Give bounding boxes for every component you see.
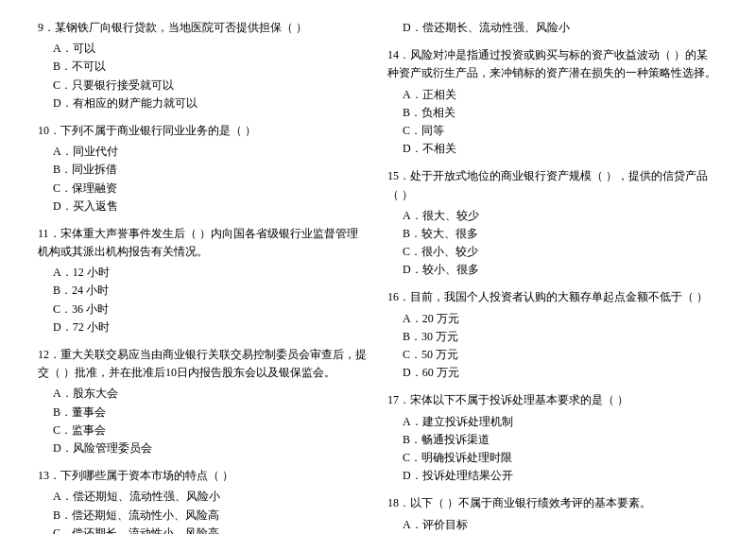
option-q11-3: D．72 小时 xyxy=(38,319,369,336)
left-column: 9．某钢铁厂向银行贷款，当地医院可否提供担保（ ）A．可以B．不可以C．只要银行… xyxy=(38,19,369,534)
question-block-q12: 12．重大关联交易应当由商业银行关联交易控制委员会审查后，提交（ ）批准，并在批… xyxy=(38,346,369,457)
option-q10-3: D．买入返售 xyxy=(38,198,369,215)
question-block-q16: 16．目前，我国个人投资者认购的大额存单起点金额不低于（ ）A．20 万元B．3… xyxy=(387,288,718,382)
option-q14-1: B．负相关 xyxy=(387,104,718,122)
question-block-q18: 18．以下（ ）不属于商业银行绩效考评的基本要素。A．评价目标B．评价标准C．评… xyxy=(387,494,718,534)
question-text-q9: 9．某钢铁厂向银行贷款，当地医院可否提供担保（ ） xyxy=(38,19,369,37)
option-q15-0: A．很大、较少 xyxy=(387,207,718,225)
option-q14-3: D．不相关 xyxy=(387,140,718,158)
option-q15-1: B．较大、很多 xyxy=(387,225,718,243)
option-q16-2: C．50 万元 xyxy=(387,346,718,364)
option-q10-1: B．同业拆借 xyxy=(38,161,369,179)
question-text-q10: 10．下列不属于商业银行同业业务的是（ ） xyxy=(38,122,369,140)
option-q16-1: B．30 万元 xyxy=(387,328,718,346)
question-block-q17: 17．宋体以下不属于投诉处理基本要求的是（ ）A．建立投诉处理机制B．畅通投诉渠… xyxy=(387,391,718,485)
option-q13-0: A．偿还期短、流动性强、风险小 xyxy=(38,488,369,506)
option-q9-0: A．可以 xyxy=(38,40,369,58)
question-text-q12: 12．重大关联交易应当由商业银行关联交易控制委员会审查后，提交（ ）批准，并在批… xyxy=(38,346,369,382)
question-block-q11: 11．宋体重大声誉事件发生后（ ）内向国各省级银行业监督管理机构或其派出机构报告… xyxy=(38,225,369,336)
question-block-q9: 9．某钢铁厂向银行贷款，当地医院可否提供担保（ ）A．可以B．不可以C．只要银行… xyxy=(38,19,369,112)
question-text-q18: 18．以下（ ）不属于商业银行绩效考评的基本要素。 xyxy=(387,494,718,512)
option-q17-0: A．建立投诉处理机制 xyxy=(387,413,718,431)
option-q10-0: A．同业代付 xyxy=(38,143,369,161)
option-q17-3: D．投诉处理结果公开 xyxy=(387,467,718,485)
option-q17-2: C．明确投诉处理时限 xyxy=(387,449,718,467)
main-content: 9．某钢铁厂向银行贷款，当地医院可否提供担保（ ）A．可以B．不可以C．只要银行… xyxy=(38,19,718,534)
question-block-q15: 15．处于开放式地位的商业银行资产规模（ ），提供的信贷产品（ ）A．很大、较少… xyxy=(387,167,718,279)
question-text-q17: 17．宋体以下不属于投诉处理基本要求的是（ ） xyxy=(387,391,718,409)
option-q13-2: C．偿还期长、流动性小、风险高 xyxy=(38,525,369,534)
question-block-q13d: D．偿还期长、流动性强、风险小 xyxy=(387,19,718,37)
question-text-q11: 11．宋体重大声誉事件发生后（ ）内向国各省级银行业监督管理机构或其派出机构报告… xyxy=(38,225,369,261)
option-q17-1: B．畅通投诉渠道 xyxy=(387,431,718,449)
option-q15-2: C．很小、较少 xyxy=(387,243,718,261)
option-q16-3: D．60 万元 xyxy=(387,364,718,382)
question-text-q14: 14．风险对冲是指通过投资或购买与标的资产收益波动（ ）的某种资产或衍生产品，来… xyxy=(387,46,718,82)
question-block-q10: 10．下列不属于商业银行同业业务的是（ ）A．同业代付B．同业拆借C．保理融资D… xyxy=(38,122,369,215)
question-text-q15: 15．处于开放式地位的商业银行资产规模（ ），提供的信贷产品（ ） xyxy=(387,167,718,203)
question-block-q14: 14．风险对冲是指通过投资或购买与标的资产收益波动（ ）的某种资产或衍生产品，来… xyxy=(387,46,718,158)
option-q16-0: A．20 万元 xyxy=(387,310,718,328)
option-q14-2: C．同等 xyxy=(387,122,718,140)
option-q11-0: A．12 小时 xyxy=(38,264,369,282)
option-q12-0: A．股东大会 xyxy=(38,385,369,403)
option-q10-2: C．保理融资 xyxy=(38,180,369,198)
option-q12-2: C．监事会 xyxy=(38,422,369,439)
option-q9-1: B．不可以 xyxy=(38,58,369,76)
option-q11-1: B．24 小时 xyxy=(38,282,369,300)
question-text-q13: 13．下列哪些属于资本市场的特点（ ） xyxy=(38,467,369,485)
option-q12-1: B．董事会 xyxy=(38,404,369,422)
option-q13d-0: D．偿还期长、流动性强、风险小 xyxy=(387,19,718,37)
option-q9-2: C．只要银行接受就可以 xyxy=(38,77,369,95)
option-q15-3: D．较小、很多 xyxy=(387,261,718,279)
option-q12-3: D．风险管理委员会 xyxy=(38,439,369,457)
right-column: D．偿还期长、流动性强、风险小14．风险对冲是指通过投资或购买与标的资产收益波动… xyxy=(387,19,718,534)
question-text-q16: 16．目前，我国个人投资者认购的大额存单起点金额不低于（ ） xyxy=(387,288,718,306)
option-q9-3: D．有相应的财产能力就可以 xyxy=(38,95,369,112)
question-block-q13: 13．下列哪些属于资本市场的特点（ ）A．偿还期短、流动性强、风险小B．偿还期短… xyxy=(38,467,369,534)
option-q13-1: B．偿还期短、流动性小、风险高 xyxy=(38,507,369,525)
option-q11-2: C．36 小时 xyxy=(38,301,369,319)
option-q18-0: A．评价目标 xyxy=(387,516,718,534)
option-q14-0: A．正相关 xyxy=(387,86,718,104)
